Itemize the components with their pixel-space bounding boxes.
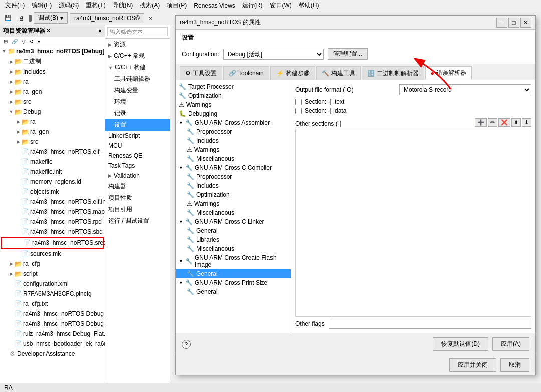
settings-asm-warnings[interactable]: ⚠ Warnings	[176, 145, 291, 154]
tab-tool-settings[interactable]: ⚙ 工具设置	[180, 66, 222, 80]
dialog-minimize-btn[interactable]: ─	[496, 25, 507, 28]
settings-print-general[interactable]: 🔧 General	[176, 287, 291, 296]
debug-dropdown[interactable]: 调试(B) ▾	[34, 12, 68, 24]
expand-gnu-arm-c-linker-icon[interactable]: ▼	[179, 219, 183, 224]
nav-build-vars[interactable]: 构建变量	[105, 85, 170, 96]
settings-debugging[interactable]: 🐛 Debugging	[176, 109, 291, 118]
tree-script[interactable]: ▶ 📂 script	[0, 269, 105, 279]
settings-flash-general[interactable]: 🔧 General	[176, 269, 291, 278]
settings-c-optimization[interactable]: 🔧 Optimization	[176, 190, 291, 199]
tree-src[interactable]: ▶ 📂 src	[0, 97, 105, 107]
tree-container[interactable]: ▼ 📁 ra4m3_hmsc_noRTOS [Debug] ▶ 📂 二进制	[0, 46, 105, 383]
more-btn[interactable]: ▾	[36, 38, 42, 45]
expand-debug[interactable]: ▼	[8, 109, 14, 115]
settings-c-misc[interactable]: 🔧 Miscellaneous	[176, 208, 291, 217]
tree-debug-src[interactable]: ▶ 📂 src	[0, 137, 105, 147]
filter-input[interactable]	[107, 27, 168, 36]
expand-ra-gen[interactable]: ▶	[8, 89, 14, 95]
section-delete-btn[interactable]: ❌	[498, 118, 510, 127]
settings-asm-misc[interactable]: 🔧 Miscellaneous	[176, 154, 291, 163]
toolbar-print[interactable]: 🖨	[16, 14, 27, 23]
nav-linker[interactable]: LinkerScript	[105, 131, 170, 141]
menu-window[interactable]: 窗口(W)	[267, 1, 295, 10]
ra-dropdown[interactable]: ra4m3_hmsc_noRTOS©	[70, 13, 144, 23]
settings-c-warnings[interactable]: ⚠ Warnings	[176, 199, 291, 208]
apply-close-btn[interactable]: 应用并关闭	[449, 358, 496, 372]
tree-elf[interactable]: ▶ 📄 ra4m3_hmsc_noRTOS.elf - [arm/le]	[0, 147, 105, 157]
expand-ra[interactable]: ▶	[8, 79, 14, 85]
settings-warnings[interactable]: ⚠ Warnings	[176, 100, 291, 109]
menu-edit[interactable]: 编辑(E)	[29, 1, 55, 10]
sync-btn[interactable]: ↺	[28, 38, 35, 45]
expand-gnu-arm-c-compiler-icon[interactable]: ▼	[179, 165, 183, 170]
settings-linker-libraries[interactable]: 🔧 Libraries	[176, 235, 291, 244]
tree-ra-cfg-txt[interactable]: ▶ 📄 ra_cfg.txt	[0, 299, 105, 309]
expand-binaries[interactable]: ▶	[8, 59, 14, 65]
nav-toolchain-editor[interactable]: 工具链编辑器	[105, 73, 170, 85]
section-edit-btn[interactable]: ✏	[488, 118, 497, 127]
link-btn[interactable]: 🔗	[10, 38, 19, 45]
tree-rpd[interactable]: ▶ 📄 ra4m3_hmsc_noRTOS.rpd	[0, 217, 105, 227]
tree-debug-ra-gen[interactable]: ▶ 📂 ra_gen	[0, 127, 105, 137]
expand-ra-cfg[interactable]: ▶	[8, 261, 14, 267]
tree-debug-ra[interactable]: ▶ 📂 ra	[0, 117, 105, 127]
nav-mcu[interactable]: MCU	[105, 141, 170, 151]
expand-debug-ra-gen[interactable]: ▶	[15, 129, 21, 135]
menu-renesas[interactable]: Renesas Views	[191, 2, 238, 10]
nav-settings[interactable]: 设置	[105, 119, 170, 131]
tree-dev-assist[interactable]: ▶ ⚙ Developer Assistance	[0, 349, 105, 359]
tab-build-steps[interactable]: ⚡ 构建步骤	[270, 66, 315, 80]
expand-debug-ra[interactable]: ▶	[15, 119, 21, 125]
menu-help[interactable]: 帮助(H)	[296, 1, 322, 10]
panel-close[interactable]: ×	[98, 28, 102, 35]
filter-btn[interactable]: ▽	[20, 38, 27, 45]
tree-rulz-jlink[interactable]: ▶ 📄 rulz_ra4m3_hmsc Debug_Flat.jlink	[0, 329, 105, 339]
menu-nav[interactable]: 导航(N)	[110, 1, 136, 10]
settings-target-processor[interactable]: 🔧 Target Processor	[176, 82, 291, 91]
tree-map[interactable]: ▶ 📄 ra4m3_hmsc_noRTOS.map	[0, 207, 105, 217]
expand-script[interactable]: ▶	[8, 271, 14, 277]
dialog-close-btn[interactable]: ✕	[520, 25, 531, 28]
apply-btn[interactable]: 应用(A)	[492, 337, 529, 351]
tree-pincfg[interactable]: ▶ 📄 R7FA6M3AH3CFC.pincfg	[0, 289, 105, 299]
section-up-btn[interactable]: ⬆	[511, 118, 521, 127]
config-select[interactable]: Debug [活动]	[223, 49, 324, 60]
menu-file[interactable]: 文件(F)	[2, 1, 28, 10]
manage-config-btn[interactable]: 管理配置...	[328, 48, 368, 60]
nav-task-tags[interactable]: Task Tags	[105, 161, 170, 171]
tree-usb-jlink[interactable]: ▶ 📄 usb_hmsc_bootloader_ek_ra6m3 Debug_F…	[0, 339, 105, 349]
tree-memory[interactable]: ▶ 📄 memory_regions.ld	[0, 177, 105, 187]
tab-build-tools[interactable]: 🔨 构建工具	[316, 66, 361, 80]
expand-src[interactable]: ▶	[8, 99, 14, 105]
tree-config-xml[interactable]: ▶ 📄 configuration.xml	[0, 279, 105, 289]
nav-builder[interactable]: 构建器	[105, 181, 170, 192]
flags-input[interactable]	[329, 319, 531, 329]
settings-tree[interactable]: 🔧 Target Processor 🔧 Optimization ⚠ Warn…	[176, 80, 291, 333]
settings-flash-image[interactable]: ▼ 🔧 GNU ARM Cross Create Flash Image	[176, 253, 291, 269]
settings-linker-misc[interactable]: 🔧 Miscellaneous	[176, 244, 291, 253]
settings-gnu-arm-assembler[interactable]: ▼ 🔧 GNU ARM Cross Assembler	[176, 118, 291, 127]
other-sections-list[interactable]	[295, 129, 531, 317]
root-expand[interactable]: ▼	[1, 48, 7, 54]
settings-gnu-arm-c-compiler[interactable]: ▼ 🔧 GNU ARM Cross C Compiler	[176, 163, 291, 172]
expand-includes[interactable]: ▶	[8, 69, 14, 75]
nav-validation[interactable]: ▶ Validation	[105, 171, 170, 181]
tree-ra[interactable]: ▶ 📂 ra	[0, 77, 105, 87]
nav-renesas-qe[interactable]: Renesas QE	[105, 151, 170, 161]
menu-refactor[interactable]: 重构(T)	[83, 1, 108, 10]
tree-root[interactable]: ▼ 📁 ra4m3_hmsc_noRTOS [Debug]	[0, 46, 105, 56]
cancel-btn[interactable]: 取消	[500, 358, 529, 372]
expand-gnu-arm-assembler-icon[interactable]: ▼	[179, 120, 183, 125]
tree-sources[interactable]: ▶ 📄 sources.mk	[0, 249, 105, 259]
nav-project-props[interactable]: 项目性质	[105, 192, 170, 204]
expand-print-size-icon[interactable]: ▼	[179, 280, 183, 285]
settings-optimization[interactable]: 🔧 Optimization	[176, 91, 291, 100]
settings-print-size[interactable]: ▼ 🔧 GNU ARM Cross Print Size	[176, 278, 291, 287]
settings-asm-preprocessor[interactable]: 🔧 Preprocessor	[176, 127, 291, 136]
nav-run-debug[interactable]: 运行 / 调试设置	[105, 215, 170, 227]
toolbar-save[interactable]: 💾	[2, 13, 14, 23]
menu-search[interactable]: 搜索(A)	[137, 1, 163, 10]
menu-run[interactable]: 运行(R)	[239, 1, 266, 10]
tree-sbd[interactable]: ▶ 📄 ra4m3_hmsc_noRTOS.sbd	[0, 227, 105, 237]
tree-ra-cfg[interactable]: ▶ 📂 ra_cfg	[0, 259, 105, 269]
